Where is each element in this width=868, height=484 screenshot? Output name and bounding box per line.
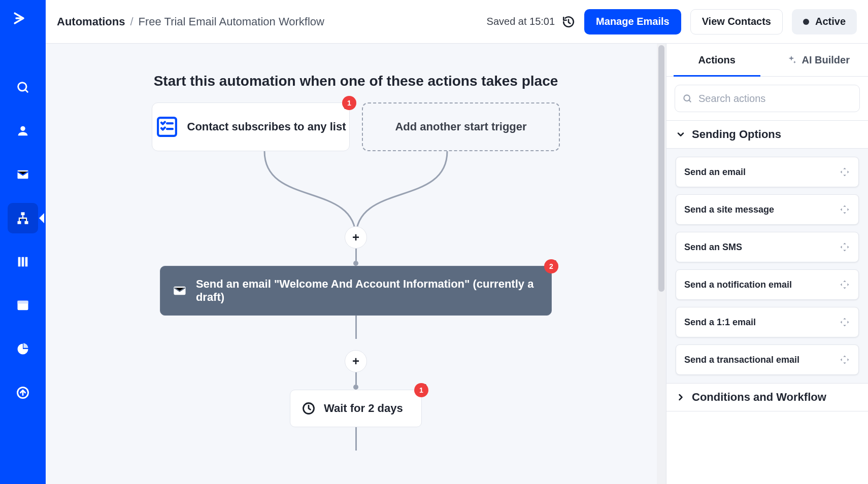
search-input[interactable] (697, 92, 852, 105)
status-label: Active (815, 16, 846, 27)
nav-search[interactable] (8, 72, 38, 102)
action-card[interactable]: Send an email (676, 157, 859, 187)
add-step-2[interactable]: + (345, 350, 367, 372)
main: Start this automation when one of these … (46, 44, 868, 484)
action-card[interactable]: Send a site message (676, 194, 859, 225)
left-nav (0, 0, 46, 484)
add-step-1[interactable]: + (345, 226, 367, 249)
breadcrumb: Automations / Free Trial Email Automatio… (57, 15, 324, 28)
search-icon (682, 93, 692, 104)
section-header[interactable]: Conditions and Workflow (666, 383, 868, 411)
step-wait[interactable]: 1 Wait for 2 days (290, 390, 422, 427)
tab-ai-label: AI Builder (802, 54, 850, 66)
svg-rect-10 (18, 301, 28, 304)
svg-rect-3 (21, 212, 25, 215)
drag-handle-icon (839, 317, 850, 328)
plus-icon: + (352, 354, 359, 368)
plus-icon: + (352, 230, 359, 245)
panel-tabs: Actions AI Builder (666, 44, 868, 77)
actions-search (666, 77, 868, 120)
svg-rect-12 (158, 118, 176, 136)
svg-rect-5 (25, 221, 28, 224)
connector: + (107, 316, 605, 390)
saved-status: Saved at 15:01 (487, 15, 576, 28)
status-pill[interactable]: Active (792, 9, 857, 34)
add-trigger-label: Add another start trigger (395, 120, 526, 133)
scrollbar-thumb[interactable] (658, 45, 664, 292)
drag-handle-icon (839, 204, 850, 215)
svg-rect-8 (25, 257, 28, 267)
action-card-label: Send a site message (684, 204, 774, 215)
status-dot-icon (803, 19, 809, 25)
trigger-note-badge[interactable]: 1 (342, 96, 356, 110)
browser-icon (16, 298, 30, 313)
chevron-down-icon (676, 129, 686, 140)
section-header[interactable]: Sending Options (666, 120, 868, 149)
drag-handle-icon (839, 279, 850, 290)
email-note-badge[interactable]: 2 (544, 259, 558, 273)
page-title: Free Trial Email Automation Workflow (139, 15, 324, 28)
manage-emails-button[interactable]: Manage Emails (584, 9, 681, 34)
action-card[interactable]: Send an SMS (676, 232, 859, 262)
upload-icon (16, 386, 30, 400)
action-card-label: Send a transactional email (684, 355, 799, 365)
clock-icon (302, 401, 316, 416)
svg-rect-4 (18, 221, 21, 224)
sparkle-icon (786, 54, 797, 65)
drag-handle-icon (839, 354, 850, 365)
trigger-label: Contact subscribes to any list (187, 120, 346, 133)
trigger-connectors: + (107, 151, 605, 237)
action-card-label: Send an SMS (684, 242, 742, 253)
checklist-icon (156, 116, 178, 138)
add-start-trigger[interactable]: Add another start trigger (362, 102, 560, 151)
step-send-email[interactable]: 2 Send an email "Welcome And Account Inf… (160, 266, 552, 316)
wait-step-label: Wait for 2 days (324, 402, 403, 415)
svg-point-1 (20, 126, 25, 131)
tab-actions[interactable]: Actions (666, 44, 767, 76)
canvas-scrollbar[interactable] (657, 44, 666, 484)
nav-contacts[interactable] (8, 116, 38, 146)
section-cards: Send an emailSend a site messageSend an … (666, 149, 868, 383)
nav-automations[interactable] (8, 203, 38, 233)
drag-handle-icon (839, 166, 850, 178)
trigger-row: 1 Contact subscribes to any list Add ano… (107, 102, 605, 151)
saved-label: Saved at 15:01 (487, 16, 555, 27)
top-bar: Automations / Free Trial Email Automatio… (46, 0, 868, 44)
mail-icon (16, 167, 30, 182)
nav-deals[interactable] (8, 247, 38, 277)
action-card[interactable]: Send a 1:1 email (676, 307, 859, 337)
email-step-label: Send an email "Welcome And Account Infor… (196, 278, 539, 304)
breadcrumb-root[interactable]: Automations (57, 15, 125, 28)
drag-handle-icon (839, 241, 850, 253)
tab-ai-builder[interactable]: AI Builder (767, 44, 869, 76)
svg-rect-7 (22, 257, 24, 267)
action-card[interactable]: Send a notification email (676, 269, 859, 300)
connector (107, 427, 605, 451)
breadcrumb-sep: / (130, 15, 133, 28)
section-title: Sending Options (692, 128, 781, 141)
nav-export[interactable] (8, 377, 38, 408)
search-field[interactable] (675, 85, 860, 112)
svg-rect-6 (18, 257, 21, 267)
flow-icon (16, 211, 30, 225)
nav-reports[interactable] (8, 334, 38, 364)
nav-site[interactable] (8, 290, 38, 321)
view-contacts-button[interactable]: View Contacts (690, 9, 783, 34)
mail-icon (173, 283, 187, 298)
automation-canvas[interactable]: Start this automation when one of these … (46, 44, 666, 484)
start-trigger[interactable]: 1 Contact subscribes to any list (152, 102, 350, 151)
panel-sections: Sending OptionsSend an emailSend a site … (666, 120, 868, 411)
brand-logo-icon (13, 11, 33, 31)
chevron-down-icon (676, 392, 686, 402)
action-card-label: Send an email (684, 167, 746, 178)
nav-campaigns[interactable] (8, 159, 38, 190)
history-icon[interactable] (562, 15, 575, 28)
action-card[interactable]: Send a transactional email (676, 344, 859, 375)
action-card-label: Send a 1:1 email (684, 317, 756, 328)
wait-note-badge[interactable]: 1 (414, 383, 428, 397)
bars-icon (16, 255, 30, 269)
search-icon (16, 80, 30, 94)
action-card-label: Send a notification email (684, 280, 792, 290)
canvas-heading: Start this automation when one of these … (107, 73, 605, 89)
actions-panel: Actions AI Builder Sending OptionsSend a… (666, 44, 868, 484)
